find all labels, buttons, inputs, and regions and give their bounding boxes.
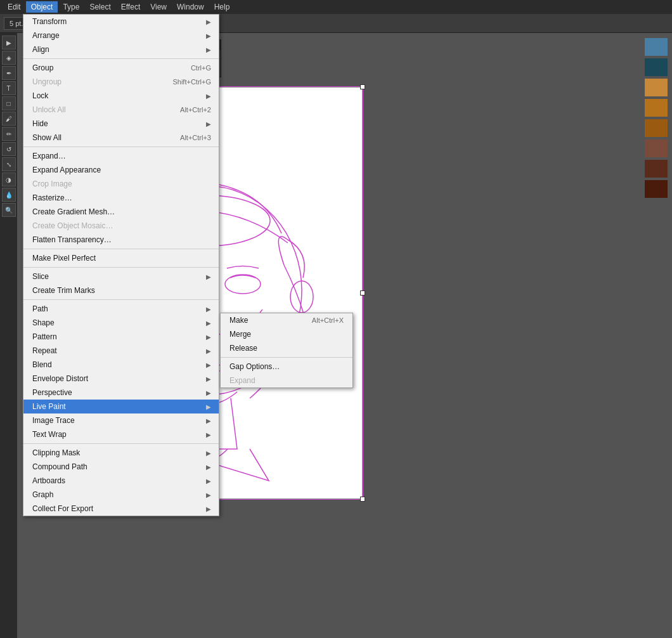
menu-item-arrange[interactable]: Arrange ▶ <box>23 29 219 42</box>
menu-item-lock[interactable]: Lock ▶ <box>23 89 219 103</box>
sep-3 <box>23 249 219 249</box>
menu-item-blend[interactable]: Blend ▶ <box>23 358 219 372</box>
arrow-artboards: ▶ <box>206 478 211 485</box>
color-swatch-3[interactable] <box>645 99 668 117</box>
submenu-sep <box>221 357 352 358</box>
tool-selection[interactable]: ▶ <box>2 36 16 49</box>
tool-rotate[interactable]: ↺ <box>2 142 16 156</box>
arrow-envelope: ▶ <box>206 375 211 382</box>
menu-item-collect-export[interactable]: Collect For Export ▶ <box>23 502 219 516</box>
arrow-hide: ▶ <box>206 120 211 127</box>
menu-type[interactable]: Type <box>58 1 84 13</box>
color-swatch-5[interactable] <box>645 140 668 157</box>
color-swatch-1[interactable] <box>645 58 668 76</box>
arrow-live-paint: ▶ <box>206 403 211 410</box>
submenu-make[interactable]: Make Alt+Ctrl+X <box>221 313 352 327</box>
color-swatch-7[interactable] <box>645 180 668 198</box>
menu-item-graph[interactable]: Graph ▶ <box>23 488 219 502</box>
tool-shape[interactable]: □ <box>2 96 16 110</box>
shortcut-show-all: Alt+Ctrl+3 <box>180 134 211 141</box>
tool-gradient[interactable]: ◑ <box>2 173 16 186</box>
shortcut-ungroup: Shift+Ctrl+G <box>172 78 211 86</box>
menu-help[interactable]: Help <box>209 1 235 13</box>
menu-item-artboards[interactable]: Artboards ▶ <box>23 474 219 488</box>
menu-item-path[interactable]: Path ▶ <box>23 302 219 316</box>
menu-bar: Edit Object Type Select Effect View Wind… <box>0 0 672 14</box>
sep-4 <box>23 267 219 268</box>
menu-item-unlock-all: Unlock All Alt+Ctrl+2 <box>23 103 219 117</box>
menu-item-live-paint[interactable]: Live Paint ▶ <box>23 400 219 413</box>
menu-object[interactable]: Object <box>26 1 58 13</box>
menu-edit[interactable]: Edit <box>3 1 26 13</box>
menu-effect[interactable]: Effect <box>116 1 145 13</box>
arrow-clipping-mask: ▶ <box>206 450 211 457</box>
menu-item-gradient-mesh[interactable]: Create Gradient Mesh… <box>23 205 219 219</box>
menu-item-image-trace[interactable]: Image Trace ▶ <box>23 413 219 427</box>
arrow-pattern: ▶ <box>206 334 211 341</box>
menu-window[interactable]: Window <box>172 1 209 13</box>
tool-pencil[interactable]: ✏ <box>2 127 16 141</box>
tool-pen[interactable]: ✒ <box>2 66 16 80</box>
menu-item-pixel-perfect[interactable]: Make Pixel Perfect <box>23 251 219 265</box>
submenu-merge[interactable]: Merge <box>221 327 352 341</box>
arrow-align: ▶ <box>206 46 211 53</box>
arrow-lock: ▶ <box>206 93 211 100</box>
tool-type[interactable]: T <box>2 81 16 95</box>
menu-item-rasterize[interactable]: Rasterize… <box>23 191 219 205</box>
menu-item-compound-path[interactable]: Compound Path ▶ <box>23 460 219 474</box>
arrow-slice: ▶ <box>206 273 211 280</box>
tool-zoom[interactable]: 🔍 <box>2 203 16 217</box>
menu-item-trim-marks[interactable]: Create Trim Marks <box>23 283 219 297</box>
color-swatch-6[interactable] <box>645 160 668 178</box>
menu-item-perspective[interactable]: Perspective ▶ <box>23 386 219 400</box>
object-menu: Transform ▶ Arrange ▶ Align ▶ Group Ctrl… <box>23 14 219 516</box>
submenu-release[interactable]: Release <box>221 341 352 355</box>
menu-item-clipping-mask[interactable]: Clipping Mask ▶ <box>23 446 219 460</box>
sep-6 <box>23 443 219 444</box>
menu-item-show-all[interactable]: Show All Alt+Ctrl+3 <box>23 131 219 145</box>
shortcut-unlock: Alt+Ctrl+2 <box>180 106 211 114</box>
menu-item-object-mosaic: Create Object Mosaic… <box>23 219 219 233</box>
arrow-shape: ▶ <box>206 320 211 327</box>
arrow-perspective: ▶ <box>206 389 211 396</box>
menu-item-flatten[interactable]: Flatten Transparency… <box>23 233 219 247</box>
arrow-arrange: ▶ <box>206 32 211 39</box>
menu-item-expand[interactable]: Expand… <box>23 149 219 163</box>
menu-item-hide[interactable]: Hide ▶ <box>23 117 219 131</box>
menu-item-envelope-distort[interactable]: Envelope Distort ▶ <box>23 372 219 386</box>
menu-item-pattern[interactable]: Pattern ▶ <box>23 330 219 344</box>
shortcut-group: Ctrl+G <box>191 64 211 72</box>
menu-item-repeat[interactable]: Repeat ▶ <box>23 344 219 358</box>
submenu-gap-options[interactable]: Gap Options… <box>221 360 352 374</box>
menu-item-transform[interactable]: Transform ▶ <box>23 15 219 29</box>
menu-item-group[interactable]: Group Ctrl+G <box>23 61 219 75</box>
tool-eyedrop[interactable]: 💧 <box>2 188 16 202</box>
shortcut-make: Alt+Ctrl+X <box>312 316 344 324</box>
color-swatch-0[interactable] <box>645 38 668 56</box>
tool-scale[interactable]: ⤡ <box>2 157 16 171</box>
tool-direct[interactable]: ◈ <box>2 51 16 65</box>
color-swatch-2[interactable] <box>645 79 668 96</box>
sep-5 <box>23 299 219 300</box>
menu-item-crop-image: Crop Image <box>23 177 219 191</box>
arrow-image-trace: ▶ <box>206 417 211 424</box>
arrow-blend: ▶ <box>206 361 211 368</box>
arrow-repeat: ▶ <box>206 348 211 355</box>
color-swatch-4[interactable] <box>645 119 668 137</box>
menu-item-align[interactable]: Align ▶ <box>23 42 219 56</box>
menu-item-shape[interactable]: Shape ▶ <box>23 316 219 330</box>
live-paint-submenu: Make Alt+Ctrl+X Merge Release Gap Option… <box>220 313 353 388</box>
arrow-compound-path: ▶ <box>206 464 211 471</box>
menu-item-text-wrap[interactable]: Text Wrap ▶ <box>23 427 219 441</box>
menu-view[interactable]: View <box>145 1 172 13</box>
tool-paintbrush[interactable]: 🖌 <box>2 112 16 126</box>
right-color-panel <box>640 33 672 638</box>
menu-item-slice[interactable]: Slice ▶ <box>23 270 219 283</box>
menu-select[interactable]: Select <box>84 1 115 13</box>
menu-item-expand-appearance[interactable]: Expand Appearance <box>23 163 219 177</box>
arrow-transform: ▶ <box>206 18 211 25</box>
sep-1 <box>23 58 219 59</box>
arrow-graph: ▶ <box>206 492 211 498</box>
submenu-expand: Expand <box>221 374 352 387</box>
left-tool-panel: ▶ ◈ ✒ T □ 🖌 ✏ ↺ ⤡ ◑ 💧 🔍 <box>0 33 17 638</box>
